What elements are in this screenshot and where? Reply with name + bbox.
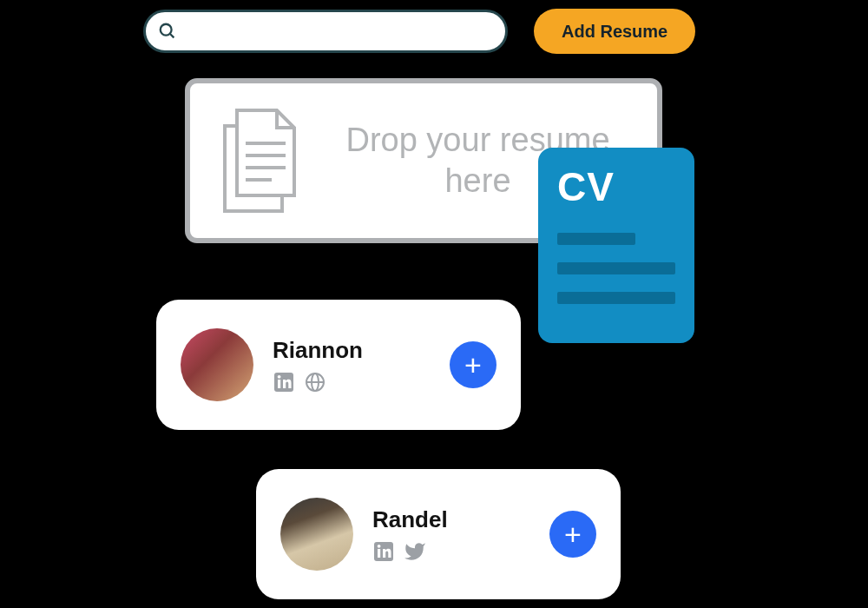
social-links — [372, 540, 530, 563]
add-candidate-button[interactable]: + — [549, 511, 596, 558]
plus-icon: + — [564, 519, 582, 549]
avatar — [280, 498, 353, 571]
top-bar: Add Resume — [143, 9, 695, 54]
document-stack-icon — [216, 109, 303, 213]
social-links — [273, 371, 431, 393]
twitter-icon[interactable] — [404, 540, 426, 563]
add-candidate-button[interactable]: + — [450, 341, 496, 388]
candidate-card: Randel + — [256, 469, 621, 599]
cv-line-decoration — [557, 233, 635, 245]
svg-line-1 — [170, 34, 174, 38]
cv-line-decoration — [557, 262, 675, 274]
svg-point-0 — [161, 24, 172, 36]
linkedin-icon[interactable] — [273, 371, 295, 393]
candidate-info: Randel — [372, 506, 530, 563]
plus-icon: + — [464, 350, 482, 380]
svg-rect-7 — [278, 380, 280, 388]
globe-icon[interactable] — [304, 371, 326, 393]
search-bar[interactable] — [143, 10, 508, 53]
svg-rect-13 — [378, 549, 380, 558]
linkedin-icon[interactable] — [372, 540, 395, 563]
candidate-name: Randel — [372, 506, 530, 533]
svg-point-14 — [378, 544, 381, 547]
search-icon — [158, 22, 177, 41]
search-input[interactable] — [184, 23, 493, 39]
cv-label: CV — [557, 163, 675, 210]
candidate-name: Riannon — [273, 337, 431, 364]
svg-point-8 — [278, 374, 281, 378]
cv-document-card: CV — [538, 148, 694, 343]
candidate-info: Riannon — [273, 337, 431, 393]
add-resume-button[interactable]: Add Resume — [534, 9, 695, 54]
avatar — [181, 328, 253, 401]
cv-line-decoration — [557, 292, 675, 304]
candidate-card: Riannon + — [156, 300, 521, 430]
